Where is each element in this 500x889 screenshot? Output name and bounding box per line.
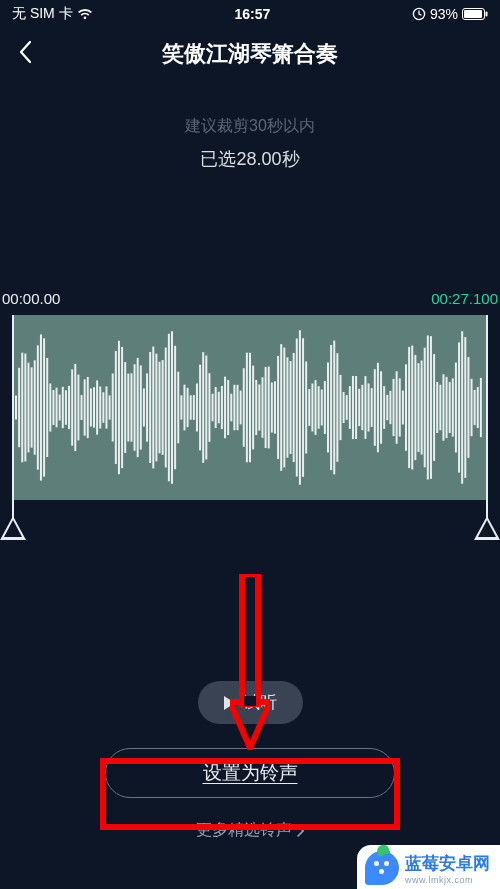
play-icon [224, 696, 235, 710]
status-right: 93% [412, 6, 488, 22]
more-ringtones-link[interactable]: 更多精选铃声 [196, 820, 304, 841]
set-ringtone-button[interactable]: 设置为铃声 [105, 748, 395, 798]
rotation-lock-icon [412, 7, 426, 21]
waveform-editor: 00:00.00 00:27.100 placeholder [0, 290, 500, 550]
carrier-text: 无 SIM 卡 [12, 5, 73, 23]
bottom-controls: 试听 设置为铃声 更多精选铃声 [0, 681, 500, 841]
preview-label: 试听 [243, 691, 277, 714]
more-ringtones-label: 更多精选铃声 [196, 820, 292, 841]
blueberry-logo-icon [365, 851, 399, 885]
hint-block: 建议裁剪30秒以内 已选28.00秒 [0, 116, 500, 171]
waveform-track[interactable]: placeholder [0, 315, 500, 500]
battery-percent: 93% [430, 6, 458, 22]
start-time-label: 00:00.00 [2, 290, 60, 307]
preview-button[interactable]: 试听 [198, 681, 303, 724]
status-bar: 无 SIM 卡 16:57 93% [0, 0, 500, 28]
chevron-left-icon [18, 40, 32, 64]
status-left: 无 SIM 卡 [12, 5, 93, 23]
set-ringtone-label: 设置为铃声 [203, 760, 298, 786]
back-button[interactable] [18, 40, 32, 68]
waveform-icon: placeholder [12, 315, 488, 500]
status-time: 16:57 [234, 6, 270, 22]
crop-suggestion-text: 建议裁剪30秒以内 [0, 116, 500, 137]
svg-rect-3 [485, 12, 487, 17]
selected-duration-text: 已选28.00秒 [0, 147, 500, 171]
trim-handle-left[interactable] [0, 516, 26, 540]
battery-icon [462, 8, 488, 20]
watermark-name: 蓝莓安卓网 [405, 854, 490, 873]
watermark-url: www.lmkjx.com [405, 875, 490, 885]
wifi-icon [77, 8, 93, 20]
trim-line-left [12, 315, 14, 540]
watermark-badge: 蓝莓安卓网 www.lmkjx.com [357, 845, 500, 889]
end-time-label: 00:27.100 [431, 290, 498, 307]
waveform-canvas: placeholder [12, 315, 488, 500]
svg-rect-2 [464, 10, 482, 18]
trim-line-right [486, 315, 488, 540]
page-title: 笑傲江湖琴箫合奏 [0, 39, 500, 69]
nav-bar: 笑傲江湖琴箫合奏 [0, 28, 500, 80]
trim-handle-right[interactable] [474, 516, 500, 540]
chevron-right-icon [296, 825, 304, 837]
